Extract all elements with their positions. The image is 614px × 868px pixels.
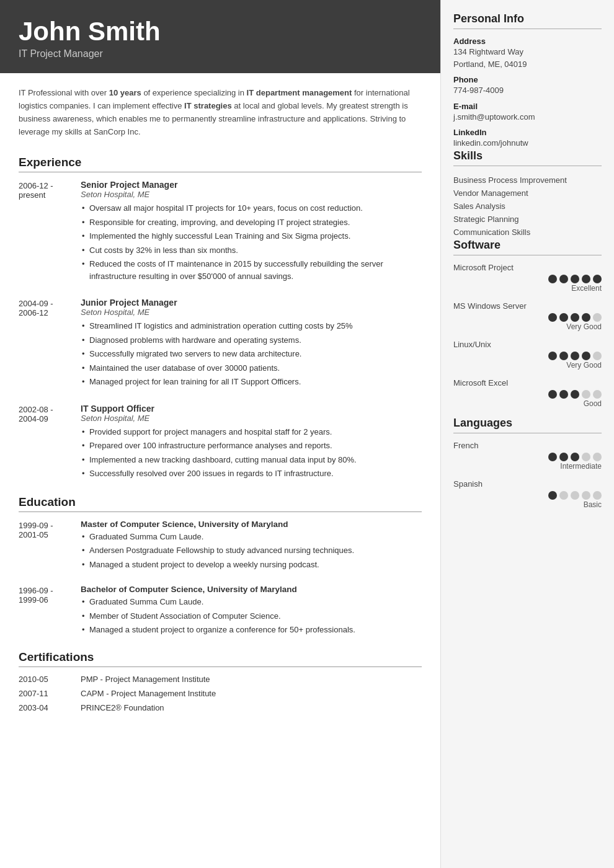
exp-bullet: Successfully migrated two servers to new… [81, 348, 422, 360]
dot-filled [559, 453, 568, 461]
certification-item: 2007-11 CAPM - Project Management Instit… [19, 689, 422, 698]
software-item: Linux/Unix Very Good [453, 340, 602, 370]
exp-bullet: Prepared over 100 infrastructure perform… [81, 440, 422, 452]
software-section: Software Microsoft Project Excellent MS … [453, 239, 602, 408]
exp-bullet: Diagnosed problems with hardware and ope… [81, 334, 422, 347]
candidate-name: John Smith [19, 17, 422, 46]
dot-filled [571, 352, 579, 360]
edu-dates: 1999-09 - 2001-05 [19, 520, 81, 573]
language-name: French [453, 441, 602, 450]
exp-date-start: 2004-09 - [19, 299, 81, 308]
exp-job-title: Senior Project Manager [81, 180, 422, 190]
exp-dates: 2002-08 - 2004-09 [19, 404, 81, 482]
dot-filled [571, 313, 579, 322]
edu-date-start: 1999-09 - [19, 521, 81, 530]
address-value: 134 Rightward WayPortland, ME, 04019 [453, 46, 602, 70]
edu-date-end: 1999-06 [19, 595, 81, 604]
dot-empty [593, 313, 602, 322]
candidate-title: IT Project Manager [19, 48, 422, 60]
software-rating: Good [453, 399, 602, 408]
skills-list: Business Process ImprovementVendor Manag… [453, 174, 602, 239]
exp-dates: 2006-12 - present [19, 180, 81, 284]
dots-row [453, 390, 602, 399]
language-item: French Intermediate [453, 441, 602, 471]
phone-value: 774-987-4009 [453, 84, 602, 97]
edu-dates: 1996-09 - 1999-06 [19, 585, 81, 638]
software-title: Software [453, 239, 602, 255]
exp-bullet: Cut costs by 32% in less than six months… [81, 244, 422, 257]
dot-filled [582, 275, 590, 283]
edu-date-start: 1996-09 - [19, 586, 81, 595]
exp-bullet: Implemented a new tracking dashboard, cu… [81, 454, 422, 466]
experience-list: 2006-12 - present Senior Project Manager… [19, 180, 422, 482]
education-section: Education 1999-09 - 2001-05 Master of Co… [19, 495, 422, 638]
software-list: Microsoft Project Excellent MS Windows S… [453, 263, 602, 408]
edu-content: Bachelor of Computer Science, University… [81, 585, 422, 638]
exp-bullets: Oversaw all major hospital IT projects f… [81, 202, 422, 282]
software-rating: Excellent [453, 284, 602, 293]
edu-bullet: Graduated Summa Cum Laude. [81, 596, 422, 608]
edu-bullet: Member of Student Association of Compute… [81, 610, 422, 622]
education-item: 1999-09 - 2001-05 Master of Computer Sci… [19, 520, 422, 573]
email-label: E-mail [453, 102, 602, 111]
dot-filled [559, 352, 568, 360]
dot-filled [548, 390, 557, 399]
dot-filled [571, 453, 579, 461]
language-rating: Intermediate [453, 462, 602, 471]
dot-empty [559, 491, 568, 500]
dot-filled [559, 390, 568, 399]
email-value: j.smith@uptowork.com [453, 111, 602, 123]
edu-degree: Bachelor of Computer Science, University… [81, 585, 422, 594]
experience-section: Experience 2006-12 - present Senior Proj… [19, 156, 422, 482]
exp-job-title: IT Support Officer [81, 404, 422, 414]
exp-content: IT Support Officer Seton Hospital, ME Pr… [81, 404, 422, 482]
cert-date: 2007-11 [19, 689, 81, 698]
dots-row [453, 275, 602, 283]
exp-bullet: Provided support for project managers an… [81, 426, 422, 438]
dot-empty [593, 352, 602, 360]
exp-job-title: Junior Project Manager [81, 298, 422, 308]
edu-date-end: 2001-05 [19, 530, 81, 539]
exp-company: Seton Hospital, ME [81, 414, 422, 423]
edu-degree: Master of Computer Science, University o… [81, 520, 422, 529]
edu-bullet: Andersen Postgraduate Fellowship to stud… [81, 544, 422, 557]
skill-item: Business Process Improvement [453, 174, 602, 187]
skill-item: Vendor Management [453, 187, 602, 200]
certifications-list: 2010-05 PMP - Project Management Institu… [19, 675, 422, 712]
dot-filled [548, 491, 557, 500]
exp-content: Junior Project Manager Seton Hospital, M… [81, 298, 422, 390]
exp-date-end: present [19, 190, 81, 200]
skills-title: Skills [453, 149, 602, 166]
dot-filled [582, 352, 590, 360]
languages-title: Languages [453, 417, 602, 433]
skills-section: Skills Business Process ImprovementVendo… [453, 149, 602, 239]
software-name: Microsoft Project [453, 263, 602, 272]
exp-bullet: Managed project for lean training for al… [81, 376, 422, 388]
exp-bullet: Successfully resolved over 200 issues in… [81, 467, 422, 480]
language-name: Spanish [453, 479, 602, 489]
summary-section: IT Professional with over 10 years of ex… [19, 73, 422, 144]
dot-filled [582, 313, 590, 322]
software-item: Microsoft Excel Good [453, 378, 602, 408]
exp-company: Seton Hospital, ME [81, 308, 422, 317]
certifications-section: Certifications 2010-05 PMP - Project Man… [19, 650, 422, 712]
dot-empty [593, 390, 602, 399]
edu-bullets: Graduated Summa Cum Laude.Andersen Postg… [81, 531, 422, 571]
exp-bullet: Oversaw all major hospital IT projects f… [81, 202, 422, 215]
exp-bullet: Implemented the highly successful Lean T… [81, 230, 422, 242]
linkedin-value: linkedin.com/johnutw [453, 137, 602, 149]
dot-filled [559, 275, 568, 283]
dot-filled [571, 275, 579, 283]
exp-bullets: Provided support for project managers an… [81, 426, 422, 480]
exp-company: Seton Hospital, ME [81, 190, 422, 199]
exp-date-end: 2004-09 [19, 414, 81, 423]
dot-empty [582, 491, 590, 500]
address-label: Address [453, 37, 602, 46]
experience-title: Experience [19, 156, 422, 172]
dot-filled [593, 275, 602, 283]
edu-bullets: Graduated Summa Cum Laude.Member of Stud… [81, 596, 422, 636]
dot-empty [582, 453, 590, 461]
dot-filled [548, 275, 557, 283]
language-rating: Basic [453, 500, 602, 509]
cert-name: PRINCE2® Foundation [81, 703, 422, 712]
